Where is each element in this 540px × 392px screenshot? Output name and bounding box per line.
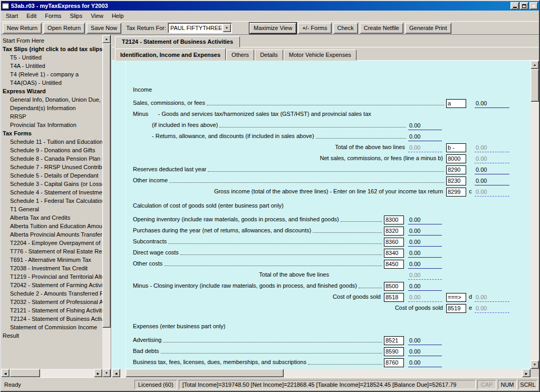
scrollbar-thumb[interactable] [9, 369, 40, 377]
tree-item[interactable]: Statement of Commission Income [1, 323, 102, 331]
amount-field[interactable]: 0.00 [408, 359, 442, 367]
tree-item[interactable]: Tax Slips (right click to add tax slips) [1, 45, 102, 53]
tree-item[interactable]: Start From Here [1, 36, 102, 45]
tree-item[interactable]: Schedule 8 - Canada Pension Plan Co... [1, 154, 102, 163]
check-button[interactable]: Check [333, 23, 358, 34]
row-label: Advertising [133, 336, 161, 345]
tree-item[interactable]: Schedule 1 - Federal Tax Calculation [1, 197, 102, 205]
tab-motor-vehicle-expenses[interactable]: Motor Vehicle Expenses [284, 50, 356, 61]
tree-item[interactable]: T691 - Alternative Minimum Tax [1, 256, 102, 264]
amount-field[interactable]: 0.00 [408, 260, 442, 269]
open-return-button[interactable]: Open Return [43, 23, 85, 34]
tree-item[interactable]: Result [1, 331, 102, 340]
scroll-up-icon[interactable]: ▲ [531, 61, 539, 69]
scrollbar-thumb[interactable] [126, 369, 284, 377]
save-now-button[interactable]: Save Now [86, 23, 121, 34]
line-letter [466, 174, 475, 174]
menu-item-help[interactable]: Help [108, 11, 128, 21]
menu-item-start[interactable]: Start [2, 11, 22, 21]
tree-item[interactable]: Alberta Tuition and Education Amou... [1, 222, 102, 230]
form-tab-t2124[interactable]: T2124 - Statement of Business Activities [115, 36, 240, 47]
amount-field[interactable]: 0.00 [408, 216, 442, 224]
amount-field[interactable]: 0.00 [408, 122, 442, 130]
plus-minus-forms-button[interactable]: +/- Forms [298, 23, 331, 34]
tree-item[interactable]: Schedule 5 - Details of Dependant [1, 171, 102, 180]
tree-item[interactable]: General Info, Donation, Union Due, E... [1, 95, 102, 104]
menu-item-edit[interactable]: Edit [22, 11, 41, 21]
scrollbar-track[interactable] [102, 328, 111, 369]
amount-field[interactable]: 0.00 [408, 238, 442, 247]
sidebar-vertical-scrollbar[interactable]: ▲ ▼ [102, 35, 111, 377]
tree-item[interactable]: T5 - Untitled [1, 53, 102, 62]
tree-item[interactable]: Schedule 3 - Capital Gains (or Losses... [1, 180, 102, 188]
tree-item[interactable]: T2121 - Statement of Fishing Activiti... [1, 306, 102, 315]
tree-item[interactable]: T4A(OAS) - Untitled [1, 79, 102, 87]
scroll-right-icon[interactable]: ▶ [522, 369, 531, 377]
amount-field[interactable]: 0.00 [408, 348, 442, 356]
amount-field[interactable]: 0.00 [408, 282, 442, 291]
tree-item[interactable]: T1 General [1, 205, 102, 213]
tree-item[interactable]: T2124 - Statement of Business Activi... [1, 315, 102, 323]
form-vertical-scrollbar[interactable]: ▲ ▼ [531, 61, 539, 369]
tree-item[interactable]: Schedule 2 - Amounts Transferred Fr... [1, 289, 102, 298]
scrollbar-thumb[interactable] [531, 69, 539, 102]
scroll-down-icon[interactable]: ▼ [531, 360, 539, 369]
tree-item[interactable]: Alberta Provincial Amounts Transferr... [1, 230, 102, 239]
tree-item[interactable]: Schedule 11 - Tuition and Education ... [1, 138, 102, 146]
tree-item[interactable]: T2032 - Statement of Professional A... [1, 298, 102, 306]
tree-item[interactable]: T776 - Statement of Real Estate Ren... [1, 247, 102, 256]
amount-field[interactable]: 0.00 [408, 227, 442, 236]
tree-item[interactable]: Schedule 4 - Statement of Investmen... [1, 188, 102, 197]
amount-field[interactable]: 0.00 [475, 166, 509, 174]
scroll-up-icon[interactable]: ▲ [102, 35, 111, 43]
amount-field[interactable]: 0.00 [475, 177, 509, 185]
scrollbar-track[interactable] [120, 369, 126, 377]
tree-item[interactable]: T1219 - Provincial and Territorial Alte.… [1, 272, 102, 281]
create-netfile-button[interactable]: Create Netfile [360, 23, 403, 34]
amount-field[interactable]: 0.00 [408, 133, 442, 141]
tab-others[interactable]: Others [226, 50, 254, 61]
form-horizontal-scrollbar[interactable]: ◀ ▶ [112, 369, 531, 377]
scroll-left-icon[interactable]: ◀ [112, 369, 120, 377]
dotted-leader [207, 105, 444, 105]
maximize-view-button[interactable]: Maximize View [249, 23, 296, 34]
tree-item[interactable]: Alberta Tax and Credits [1, 213, 102, 222]
tree-item[interactable]: Tax Forms [1, 129, 102, 138]
close-button[interactable]: × [529, 2, 538, 9]
menu-item-slips[interactable]: Slips [65, 11, 86, 21]
tree-item[interactable]: T2204 - Employee Overpayment of 2... [1, 239, 102, 247]
scrollbar-track[interactable] [284, 369, 522, 377]
maximize-button[interactable] [520, 2, 528, 9]
sidebar-horizontal-scrollbar[interactable]: ◀ ▶ [1, 369, 102, 377]
tree-item[interactable]: Express Wizard [1, 87, 102, 95]
main-panel: T2124 - Statement of Business Activities… [111, 35, 539, 377]
generate-print-button[interactable]: Generate Print [405, 23, 451, 34]
menu-item-forms[interactable]: Forms [41, 11, 65, 21]
tree-item[interactable]: T4 (Relevé 1) - company a [1, 70, 102, 79]
amount-field[interactable]: 0.00 [408, 249, 442, 258]
scroll-left-icon[interactable]: ◀ [1, 369, 9, 377]
amount-field[interactable]: 0.00 [475, 100, 509, 108]
menu-item-view[interactable]: View [86, 11, 108, 21]
new-return-button[interactable]: New Return [3, 23, 42, 34]
scroll-right-icon[interactable]: ▶ [94, 369, 102, 377]
tab-details[interactable]: Details [255, 50, 283, 61]
tree-item[interactable]: RRSP [1, 112, 102, 121]
tree-item[interactable]: Provincial Tax Information [1, 121, 102, 129]
tax-return-for-select[interactable]: PAUL FIFTYTHREE ▼ [168, 23, 232, 33]
tree-item[interactable]: T2038 - Investment Tax Credit [1, 264, 102, 272]
tree-item[interactable]: Schedule 7 - RRSP Unused Contribut... [1, 163, 102, 171]
row-label: Minus - Goods and services tax/harmonize… [133, 110, 371, 119]
tree-item[interactable]: Dependant(s) Information [1, 104, 102, 112]
amount-field[interactable]: 0.00 [408, 337, 442, 345]
scrollbar-thumb[interactable] [102, 43, 111, 328]
scroll-down-icon[interactable]: ▼ [102, 369, 111, 377]
tree-item[interactable]: T2042 - Statement of Farming Activit... [1, 281, 102, 289]
dropdown-arrow-icon[interactable]: ▼ [223, 24, 231, 32]
tree-item[interactable]: T4A - Untitled [1, 62, 102, 70]
scrollbar-track[interactable] [531, 102, 539, 360]
tree-item[interactable]: Schedule 9 - Donations and Gifts [1, 146, 102, 154]
tab-identification-income-and-expenses[interactable]: Identification, Income and Expenses [115, 48, 226, 61]
scrollbar-track[interactable] [40, 369, 94, 377]
minimize-button[interactable] [510, 2, 519, 9]
